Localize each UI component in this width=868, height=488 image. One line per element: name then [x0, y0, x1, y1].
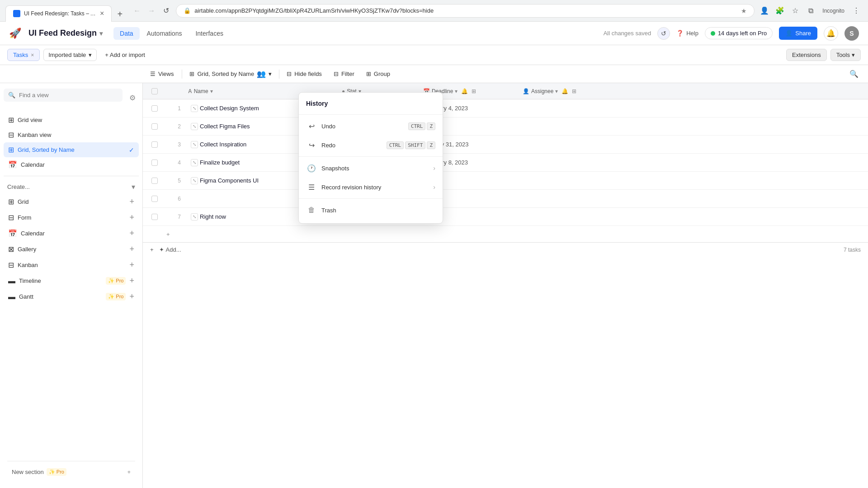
- browser-extension-btn[interactable]: 🧩: [774, 5, 786, 17]
- sidebar-gear-button[interactable]: ⚙: [126, 92, 139, 104]
- add-row-button[interactable]: +: [143, 226, 868, 242]
- pro-badge[interactable]: 14 days left on Pro: [705, 27, 773, 39]
- view-users-icon: 👥: [257, 70, 266, 78]
- td-checkbox-1[interactable]: [143, 105, 166, 112]
- td-checkbox-4[interactable]: [143, 160, 166, 166]
- table-container[interactable]: A Name ▾ ● Stat ▾ 📅 Deadline ▾ 🔔 ⊞: [143, 83, 868, 488]
- table-add-button[interactable]: +: [150, 246, 156, 253]
- sidebar-bottom: New section ✨ Pro +: [4, 454, 139, 483]
- browser-profile-btn[interactable]: 👤: [758, 5, 771, 17]
- sidebar-item-calendar-view[interactable]: 📅 Calendar: [4, 157, 139, 172]
- th-assignee-icon: 👤: [523, 88, 529, 94]
- create-calendar-icon: 📅: [8, 229, 17, 238]
- table-addmore-button[interactable]: ✦ Add...: [159, 246, 181, 253]
- history-item-redo[interactable]: ↪ Redo CTRL SHIFT Z: [299, 136, 443, 155]
- tab-data[interactable]: Data: [113, 27, 140, 40]
- history-item-undo[interactable]: ↩ Undo CTRL Z: [299, 117, 443, 136]
- browser-bookmark-btn[interactable]: ☆: [789, 5, 802, 17]
- browser-tab-active[interactable]: UI Feed Redesign: Tasks – Airtabl... ×: [5, 5, 112, 22]
- app-logo: 🚀: [9, 28, 21, 39]
- browser-menu-btn[interactable]: ⋮: [850, 5, 863, 17]
- help-button[interactable]: ❓ Help: [676, 30, 698, 37]
- table-row[interactable]: 5 ⤡ Figma Components UI To do: [143, 172, 868, 190]
- header-checkbox[interactable]: [151, 88, 158, 94]
- history-button[interactable]: ↺: [657, 27, 670, 40]
- sidebar-search[interactable]: 🔍: [4, 89, 123, 102]
- table-row[interactable]: 3 ⤡ Collect Inspiration Done January 31,…: [143, 136, 868, 154]
- tab-title: UI Feed Redesign: Tasks – Airtabl...: [24, 10, 96, 17]
- history-dropdown: History ↩ Undo CTRL Z ↪ Redo CTRL SHIFT …: [298, 92, 443, 224]
- row-expand-2[interactable]: ⤡: [191, 123, 198, 130]
- undo-shortcut: CTRL Z: [408, 122, 435, 130]
- view-actions: 🔍: [847, 67, 868, 81]
- search-button[interactable]: 🔍: [847, 67, 861, 81]
- sidebar-create-form[interactable]: ⊟ Form +: [4, 210, 139, 225]
- imported-table-button[interactable]: Imported table ▾: [43, 49, 97, 61]
- tools-button[interactable]: Tools ▾: [830, 49, 861, 61]
- share-button[interactable]: 👤 Share: [779, 27, 817, 40]
- group-button[interactable]: ⊞ Group: [362, 68, 395, 80]
- sidebar-item-kanban-view[interactable]: ⊟ Kanban view: [4, 127, 139, 142]
- reload-button[interactable]: ↺: [160, 5, 172, 17]
- sidebar-item-grid-sorted[interactable]: ⊞ Grid, Sorted by Name ✓: [4, 142, 139, 157]
- row-expand-5[interactable]: ⤡: [191, 177, 198, 184]
- app-title-container[interactable]: UI Feed Redesign ▾: [28, 28, 103, 38]
- forward-button[interactable]: →: [145, 5, 158, 17]
- history-item-trash[interactable]: 🗑 Trash: [299, 201, 443, 220]
- notification-button[interactable]: 🔔: [824, 26, 838, 41]
- td-checkbox-3[interactable]: [143, 141, 166, 148]
- extensions-button[interactable]: Extensions: [786, 49, 827, 61]
- td-checkbox-5[interactable]: [143, 178, 166, 184]
- back-button[interactable]: ←: [131, 5, 143, 17]
- views-label-container[interactable]: ☰ Views: [145, 70, 179, 77]
- new-section-button[interactable]: New section ✨ Pro +: [7, 465, 135, 479]
- sidebar-search-input[interactable]: [19, 92, 118, 99]
- sidebar-create-section[interactable]: Create... ▾: [4, 180, 139, 194]
- address-bar[interactable]: 🔒 airtable.com/appnB2PYqtdgiMrZG/tbliXpR…: [176, 4, 755, 18]
- current-view: ⊞ Grid, Sorted by Name 👥 ▾: [185, 70, 276, 78]
- avatar[interactable]: S: [844, 26, 859, 41]
- sidebar-bottom-divider: [7, 461, 135, 461]
- history-item-snapshots[interactable]: 🕐 Snapshots ›: [299, 159, 443, 178]
- tasks-tab-label: Tasks: [13, 52, 28, 58]
- tasks-tab[interactable]: Tasks ×: [7, 49, 40, 61]
- sidebar-create-gallery[interactable]: ⊠ Gallery +: [4, 241, 139, 257]
- new-tab-button[interactable]: +: [113, 7, 127, 22]
- filter-button[interactable]: ⊟ Filter: [329, 68, 359, 80]
- td-checkbox-6[interactable]: [143, 196, 166, 202]
- td-checkbox-2[interactable]: [143, 123, 166, 130]
- sidebar-create-grid[interactable]: ⊞ Grid +: [4, 194, 139, 210]
- row-expand-1[interactable]: ⤡: [191, 105, 198, 112]
- sidebar-create-gantt[interactable]: ▬ Gantt ✨ Pro +: [4, 289, 139, 305]
- add-import-button[interactable]: + Add or import: [100, 49, 150, 61]
- table-row[interactable]: 1 ⤡ Collect Design System In pro Februar…: [143, 99, 868, 117]
- table-row[interactable]: 4 ⤡ Finalize budget To do February 8, 20…: [143, 154, 868, 172]
- sidebar-create-kanban[interactable]: ⊟ Kanban +: [4, 257, 139, 273]
- incognito-label: Incognito: [820, 8, 847, 14]
- tab-interfaces[interactable]: Interfaces: [189, 27, 229, 40]
- row-expand-3[interactable]: ⤡: [191, 141, 198, 148]
- table-row[interactable]: 7 ⤡ Right now Done: [143, 208, 868, 226]
- td-checkbox-7[interactable]: [143, 214, 166, 220]
- sidebar-create-calendar[interactable]: 📅 Calendar +: [4, 225, 139, 241]
- header-right: All changes saved ↺ ❓ Help 14 days left …: [604, 26, 859, 41]
- pro-dot: [711, 31, 715, 36]
- row-expand-4[interactable]: ⤡: [191, 159, 198, 166]
- create-gallery-plus: +: [129, 244, 134, 254]
- browser-split-btn[interactable]: ⧉: [804, 5, 817, 17]
- table-row[interactable]: 2 ⤡ Collect Figma Files To do: [143, 117, 868, 136]
- row-expand-7[interactable]: ⤡: [191, 213, 198, 221]
- toolbar-right: Extensions Tools ▾: [786, 49, 861, 61]
- create-chevron-icon: ▾: [132, 183, 135, 191]
- tasks-tab-close[interactable]: ×: [31, 52, 34, 58]
- history-item-record-revision[interactable]: ☰ Record revision history ›: [299, 178, 443, 197]
- sidebar-item-grid-view[interactable]: ⊞ Grid view: [4, 113, 139, 127]
- hide-fields-button[interactable]: ⊟ Hide fields: [282, 68, 326, 80]
- tab-close-btn[interactable]: ×: [100, 10, 104, 17]
- sidebar-divider: [4, 176, 139, 176]
- tab-automations[interactable]: Automations: [141, 27, 189, 40]
- th-assignee[interactable]: 👤 Assignee ▾ 🔔 ⊞: [519, 88, 868, 94]
- table-row[interactable]: 6: [143, 190, 868, 208]
- sidebar-create-timeline[interactable]: ▬ Timeline ✨ Pro +: [4, 273, 139, 289]
- th-checkbox[interactable]: [143, 88, 166, 94]
